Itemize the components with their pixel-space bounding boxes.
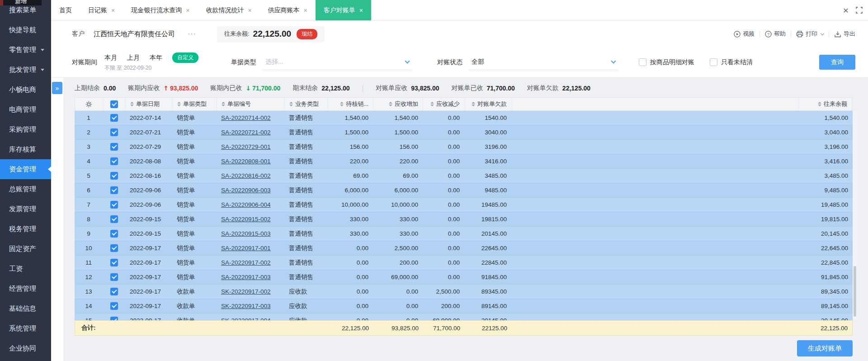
row-checkbox[interactable]	[103, 154, 125, 168]
tab-3[interactable]: 现金银行流水查询 ×	[123, 0, 198, 20]
fullscreen-icon[interactable]	[856, 7, 863, 14]
doc-type-select[interactable]: 选择...	[263, 54, 412, 70]
doc-number-link[interactable]: SA-20220808-001	[221, 158, 271, 165]
table-row-11[interactable]: 11 2022-09-17 销货单 SA-20220917-002 普通销售 0…	[75, 256, 853, 270]
sidebar-item-14[interactable]: 工资	[0, 259, 51, 279]
generate-statement-button[interactable]: 生成对账单	[797, 340, 853, 356]
doc-number-link[interactable]: SA-20220915-003	[221, 230, 271, 237]
customer-picker-button[interactable]: ···	[188, 30, 196, 38]
status-select[interactable]: 全部	[469, 54, 618, 70]
row-checkbox[interactable]	[103, 299, 125, 313]
sort-icon[interactable]	[472, 102, 475, 106]
sidebar-item-15[interactable]: 经营管理	[0, 279, 51, 299]
table-row-9[interactable]: 9 2022-09-15 销货单 SA-20220915-003 普通销售 33…	[75, 227, 853, 241]
row-checkbox[interactable]	[103, 198, 125, 212]
table-row-2[interactable]: 2 2022-07-21 销货单 SA-20220721-002 普通销售 1,…	[75, 125, 853, 140]
period-this-year[interactable]: 本年	[150, 54, 162, 62]
print-button[interactable]: 打印	[796, 30, 824, 38]
close-icon[interactable]: ×	[843, 5, 849, 15]
doc-number-link[interactable]: SK-20220917-003	[221, 303, 271, 309]
doc-number-link[interactable]: SA-20220816-002	[221, 172, 271, 179]
query-button[interactable]: 查询	[819, 55, 855, 70]
doc-number-link[interactable]: SK-20220917-002	[221, 288, 271, 295]
unsettled-checkbox[interactable]: 只看未结清	[710, 58, 753, 66]
row-checkbox[interactable]	[103, 169, 125, 183]
sidebar-item-5[interactable]: 小畅电商	[0, 80, 51, 100]
row-checkbox[interactable]	[103, 270, 125, 284]
table-row-13[interactable]: 13 2022-09-17 收款单 SK-20220917-002 应收款 0.…	[75, 285, 853, 299]
expand-panel-button[interactable]: »	[52, 82, 62, 94]
detail-checkbox[interactable]: 按商品明细对账	[639, 58, 694, 66]
sort-icon[interactable]	[289, 102, 293, 106]
row-checkbox[interactable]	[103, 241, 125, 255]
tab-2[interactable]: 日记账 ×	[80, 0, 123, 20]
column-header[interactable]: 应收减少	[423, 98, 465, 110]
sort-icon[interactable]	[177, 102, 181, 106]
column-header[interactable]: 单据日期	[126, 98, 173, 110]
sidebar-item-12[interactable]: 税务管理	[0, 219, 51, 239]
context-menu-new[interactable]: 新增	[0, 0, 42, 5]
column-header[interactable]: 往来余额	[799, 98, 852, 110]
sort-icon[interactable]	[340, 102, 344, 106]
video-button[interactable]: 视频	[734, 30, 755, 38]
table-row-4[interactable]: 4 2022-08-08 销货单 SA-20220808-001 普通销售 22…	[75, 154, 853, 169]
sidebar-item-16[interactable]: 基础信息	[0, 299, 51, 318]
table-row-10[interactable]: 10 2022-09-17 销货单 SA-20220917-001 普通销售 0…	[75, 241, 853, 256]
vertical-scrollbar[interactable]	[853, 111, 857, 320]
tab-4[interactable]: 收款情况统计 ×	[198, 0, 259, 20]
sort-icon[interactable]	[430, 102, 434, 106]
row-checkbox[interactable]	[103, 111, 125, 125]
table-row-8[interactable]: 8 2022-09-15 销货单 SA-20220915-002 普通销售 33…	[75, 212, 853, 227]
close-icon[interactable]: ×	[304, 7, 307, 14]
close-icon[interactable]: ×	[111, 7, 115, 14]
sort-icon[interactable]	[389, 102, 392, 106]
sidebar-item-11[interactable]: 发票管理	[0, 199, 51, 219]
sidebar-item-8[interactable]: 库存核算	[0, 139, 51, 159]
table-row-15[interactable]: 15 2022-09-17 收款单 SK-20220917-004 应收款 0.…	[75, 314, 853, 320]
doc-number-link[interactable]: SA-20220917-001	[221, 245, 271, 252]
table-row-7[interactable]: 7 2022-09-06 销货单 SA-20220906-004 普通销售 10…	[75, 198, 853, 212]
column-header[interactable]: 单据编号	[217, 98, 285, 110]
sidebar-item-18[interactable]: 企业协同	[0, 338, 51, 358]
close-icon[interactable]: ×	[248, 7, 251, 14]
table-row-3[interactable]: 3 2022-07-29 销货单 SA-20220729-001 普通销售 15…	[75, 140, 853, 154]
table-row-6[interactable]: 6 2022-09-06 销货单 SA-20220906-003 普通销售 6,…	[75, 183, 853, 198]
column-header[interactable]: 应收增加	[373, 98, 423, 110]
table-row-12[interactable]: 12 2022-09-17 销货单 SA-20220917-003 普通销售 0…	[75, 270, 853, 285]
period-custom-pill[interactable]: 自定义	[172, 52, 198, 63]
doc-number-link[interactable]: SA-20220906-004	[221, 201, 271, 208]
tab-5[interactable]: 供应商账本 ×	[260, 0, 316, 20]
sidebar-item-13[interactable]: 固定资产	[0, 239, 51, 259]
column-header[interactable]: 业务类型	[285, 98, 328, 110]
column-header[interactable]: 待核销...	[328, 98, 373, 110]
doc-number-link[interactable]: SA-20220906-003	[221, 187, 271, 194]
row-checkbox[interactable]	[103, 314, 125, 320]
export-button[interactable]: 导出	[834, 30, 855, 38]
period-last-month[interactable]: 上月	[127, 54, 140, 62]
sidebar-item-17[interactable]: 系统管理	[0, 318, 51, 338]
close-icon[interactable]: ×	[359, 7, 363, 14]
row-checkbox[interactable]	[103, 256, 125, 270]
table-row-5[interactable]: 5 2022-08-16 销货单 SA-20220816-002 普通销售 69…	[75, 169, 853, 183]
sidebar-item-2[interactable]: 快捷导航	[0, 20, 51, 40]
sidebar-item-9[interactable]: 资金管理	[0, 159, 51, 179]
customer-field[interactable]: 江西恒天地产有限责任公司	[94, 30, 175, 38]
doc-number-link[interactable]: SA-20220729-001	[221, 143, 271, 150]
doc-number-link[interactable]: SA-20220915-002	[221, 216, 271, 223]
select-all-checkbox[interactable]	[103, 98, 126, 110]
scrollbar-thumb[interactable]	[854, 266, 856, 317]
doc-number-link[interactable]: SA-20220917-003	[221, 274, 271, 280]
row-checkbox[interactable]	[103, 183, 125, 197]
row-checkbox[interactable]	[103, 227, 125, 241]
row-checkbox[interactable]	[103, 212, 125, 226]
close-icon[interactable]: ×	[186, 7, 189, 14]
sort-icon[interactable]	[130, 102, 134, 106]
period-this-month[interactable]: 本月	[104, 54, 117, 62]
tab-6[interactable]: 客户对账单 ×	[316, 0, 371, 20]
sidebar-item-7[interactable]: 采购管理	[0, 119, 51, 139]
sidebar-item-10[interactable]: 总账管理	[0, 179, 51, 199]
sidebar-item-4[interactable]: 批发管理	[0, 60, 51, 80]
column-settings-button[interactable]	[75, 98, 103, 110]
doc-number-link[interactable]: SA-20220721-002	[221, 129, 271, 136]
tab-1[interactable]: 首页	[51, 0, 80, 20]
